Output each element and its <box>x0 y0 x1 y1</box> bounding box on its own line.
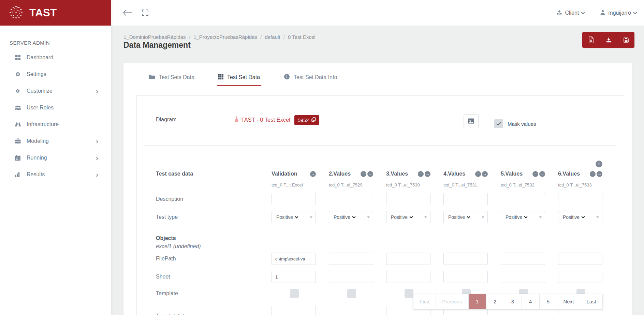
sidebar-item-customize[interactable]: Customize › <box>0 82 111 99</box>
mask-values-checkbox[interactable] <box>494 119 503 128</box>
test-type-select[interactable]: Positive <box>272 211 316 223</box>
client-dropdown[interactable]: Client <box>556 9 584 16</box>
sheet-input[interactable] <box>501 271 545 283</box>
row-objects-header: Objects <box>156 232 272 244</box>
column-subtitle: tcd_0 T...el_7529 <box>329 182 373 188</box>
sheet-input[interactable] <box>443 271 488 283</box>
download-tray-icon <box>556 9 562 16</box>
description-input[interactable] <box>272 193 316 205</box>
test-type-select[interactable]: Positive <box>558 211 602 223</box>
sheet-input[interactable] <box>272 271 316 283</box>
description-input[interactable] <box>329 193 373 205</box>
download-button[interactable] <box>600 32 617 48</box>
sheet-input[interactable] <box>558 271 602 283</box>
shift-column-button[interactable]: → <box>425 171 430 177</box>
row-label: Template <box>156 287 272 300</box>
back-button[interactable] <box>121 7 133 19</box>
sidebar-item-results[interactable]: Results › <box>0 166 111 183</box>
templatefile-input[interactable] <box>272 306 316 315</box>
remove-column-button[interactable]: − <box>418 171 424 177</box>
description-input[interactable] <box>443 193 488 205</box>
description-input[interactable] <box>386 193 430 205</box>
breadcrumb-link[interactable]: default <box>265 34 288 40</box>
brand-name: TAST <box>29 7 57 19</box>
pagination-item[interactable]: 2 <box>486 294 504 309</box>
shift-column-button[interactable]: → <box>539 171 545 177</box>
sidebar-item-modeling[interactable]: Modeling › <box>0 133 111 149</box>
data-card: Test Sets Data Test Set Data Test Set Da… <box>123 63 632 315</box>
excel-export-icon <box>588 36 594 43</box>
column-subtitle: tcd_0 T...el_7533 <box>558 182 602 188</box>
breadcrumb-link[interactable]: 1_ProyectoPruebasRápidas <box>193 34 265 40</box>
image-icon <box>468 118 474 125</box>
save-button[interactable] <box>617 32 634 48</box>
remove-column-button[interactable]: − <box>361 171 366 177</box>
pagination-item[interactable]: Next <box>557 294 581 309</box>
templatefile-input[interactable] <box>329 306 373 315</box>
template-checkbox[interactable] <box>347 289 356 298</box>
sidebar-item-infrastructure[interactable]: Infrastructure <box>0 116 111 133</box>
tab-test-sets-data[interactable]: Test Sets Data <box>147 70 196 86</box>
column-header: 4.Values − → tcd_0 T...el_7531 <box>443 168 488 188</box>
remove-column-button[interactable]: − <box>590 171 596 177</box>
test-type-select[interactable]: Positive <box>443 211 488 223</box>
sheet-input[interactable] <box>329 271 373 283</box>
breadcrumb-link[interactable]: 1_DominioPruebasRápidas <box>123 34 193 40</box>
description-input[interactable] <box>501 193 545 205</box>
sidebar-item-dashboard[interactable]: Dashboard <box>0 49 111 66</box>
pagination-item[interactable]: 3 <box>504 294 522 309</box>
diagram-id-badge[interactable]: 5952 <box>294 115 319 125</box>
add-column-button[interactable]: + <box>596 161 602 167</box>
template-checkbox[interactable] <box>405 289 413 298</box>
bar-chart-icon <box>14 172 22 177</box>
dropdown-arrow-icon <box>539 216 542 218</box>
brand-header[interactable]: TAST <box>0 0 111 26</box>
dropdown-arrow-icon <box>424 216 427 218</box>
breadcrumb-link[interactable]: 0 Test Excel <box>288 34 316 40</box>
sidebar-item-user-roles[interactable]: User Roles <box>0 99 111 116</box>
remove-column-button[interactable]: − <box>475 171 481 177</box>
filepath-input[interactable] <box>443 253 488 265</box>
test-type-select[interactable]: Positive <box>329 211 373 223</box>
filepath-input[interactable] <box>386 253 430 265</box>
pagination-item[interactable]: First <box>413 294 436 309</box>
fullscreen-button[interactable] <box>139 7 151 19</box>
pagination-item[interactable]: 5 <box>540 294 557 309</box>
template-checkbox[interactable] <box>290 289 299 298</box>
pagination-item[interactable]: 1 <box>469 294 486 309</box>
filepath-input[interactable] <box>501 253 545 265</box>
diagram-link[interactable]: TAST - 0 Test Excel <box>234 114 290 126</box>
chevron-down-icon <box>467 215 470 219</box>
test-type-select[interactable]: Positive <box>386 211 430 223</box>
shift-column-button[interactable]: → <box>597 171 602 177</box>
column-subtitle: tcd_0 T...el_7531 <box>443 182 488 188</box>
filepath-input[interactable] <box>558 253 602 265</box>
description-input[interactable] <box>558 193 602 205</box>
filepath-input[interactable] <box>272 253 316 265</box>
sidebar-menu: Dashboard Settings Customize › User Role… <box>0 49 111 183</box>
row-label: Description <box>156 193 272 205</box>
filepath-input[interactable] <box>329 253 373 265</box>
pagination-item[interactable]: Last <box>580 294 602 309</box>
sidebar-section-label: SERVER ADMIN <box>10 40 111 46</box>
tab-test-set-data[interactable]: Test Set Data <box>217 70 261 86</box>
user-dropdown[interactable]: mguijarro <box>600 10 636 16</box>
column-name: 4.Values <box>443 171 465 177</box>
column-name: 2.Values <box>329 171 351 177</box>
sheet-input[interactable] <box>386 271 430 283</box>
remove-column-button[interactable]: − <box>532 171 538 177</box>
sidebar-item-running[interactable]: Running › <box>0 149 111 166</box>
shift-column-button[interactable]: → <box>367 171 373 177</box>
diagram-image-button[interactable] <box>464 114 479 129</box>
shift-column-button[interactable]: → <box>482 171 488 177</box>
column-subtitle: tcd_0 T...el_7530 <box>386 182 430 188</box>
object-group-label: excel1 (undefined) <box>156 243 272 250</box>
pagination-item[interactable]: Previous <box>436 294 468 309</box>
sidebar-item-settings[interactable]: Settings <box>0 66 111 82</box>
tab-test-set-data-info[interactable]: Test Set Data Info <box>282 70 338 86</box>
shift-column-button[interactable]: → <box>310 171 316 177</box>
test-type-select[interactable]: Positive <box>501 211 545 223</box>
dropdown-arrow-icon <box>596 216 599 218</box>
pagination-item[interactable]: 4 <box>522 294 540 309</box>
excel-export-button[interactable] <box>582 32 600 48</box>
